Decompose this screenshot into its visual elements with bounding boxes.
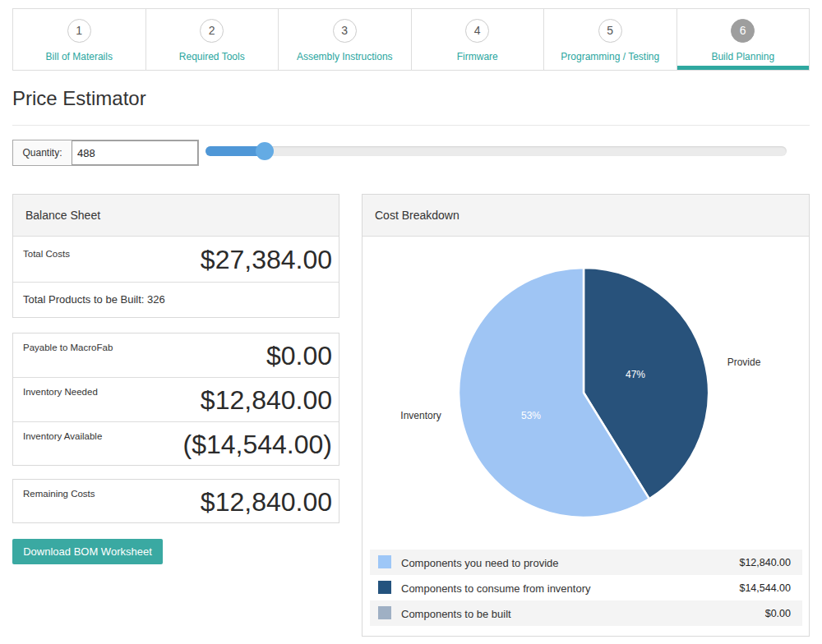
page-title: Price Estimator bbox=[12, 87, 146, 110]
legend-value-consume: $14,544.00 bbox=[739, 582, 791, 594]
inventory-needed-value: $12,840.00 bbox=[201, 384, 332, 415]
pie-percent-inventory: 53% bbox=[521, 410, 541, 421]
total-costs-label: Total Costs bbox=[23, 249, 70, 259]
step-number-4: 4 bbox=[465, 19, 489, 43]
legend-row-provide: Components you need to provide $12,840.0… bbox=[370, 550, 802, 575]
legend-row-built: Components to be built $0.00 bbox=[370, 600, 802, 626]
step-number-2: 2 bbox=[200, 19, 224, 43]
legend-swatch-built bbox=[378, 606, 391, 619]
pie-percent-provide: 47% bbox=[626, 369, 645, 380]
remaining-costs-value: $12,840.00 bbox=[201, 487, 332, 518]
quantity-input[interactable] bbox=[72, 140, 198, 165]
step-label-2: Required Tools bbox=[146, 51, 279, 62]
quantity-group: Quantity: bbox=[12, 140, 199, 166]
legend-row-consume: Components to consume from inventory $14… bbox=[370, 575, 802, 600]
step-number-1: 1 bbox=[67, 19, 91, 43]
remaining-costs-panel: Remaining Costs $12,840.00 bbox=[12, 479, 339, 523]
total-costs-value: $27,384.00 bbox=[201, 244, 332, 274]
total-products-row: Total Products to be Built: 326 bbox=[13, 283, 339, 317]
stepper: 1 Bill of Materails 2 Required Tools 3 A… bbox=[12, 8, 810, 71]
payables-panel: Payable to MacroFab $0.00 Inventory Need… bbox=[12, 333, 339, 466]
total-costs-row: Total Costs $27,384.00 bbox=[13, 237, 339, 283]
step-number-6: 6 bbox=[731, 19, 755, 43]
price-estimator-page: 1 Bill of Materails 2 Required Tools 3 A… bbox=[0, 0, 822, 644]
pie-legend: Components you need to provide $12,840.0… bbox=[370, 550, 802, 626]
download-bom-worksheet-button[interactable]: Download BOM Worksheet bbox=[12, 539, 163, 564]
legend-value-built: $0.00 bbox=[765, 608, 791, 619]
legend-label-built: Components to be built bbox=[401, 607, 511, 619]
quantity-slider[interactable] bbox=[206, 146, 787, 156]
step-label-3: Assembly Instructions bbox=[279, 51, 411, 62]
inventory-needed-row: Inventory Needed $12,840.00 bbox=[13, 378, 339, 422]
step-build-planning[interactable]: 6 Build Planning bbox=[677, 8, 810, 71]
step-bill-of-materials[interactable]: 1 Bill of Materails bbox=[12, 8, 146, 71]
remaining-costs-row: Remaining Costs $12,840.00 bbox=[13, 480, 339, 524]
step-label-1: Bill of Materails bbox=[13, 51, 145, 62]
divider bbox=[12, 125, 810, 126]
payable-value: $0.00 bbox=[266, 340, 332, 370]
legend-swatch-consume bbox=[378, 581, 391, 594]
step-label-4: Firmware bbox=[412, 51, 544, 62]
legend-label-consume: Components to consume from inventory bbox=[401, 582, 591, 594]
balance-sheet-title: Balance Sheet bbox=[13, 195, 339, 237]
step-number-3: 3 bbox=[333, 19, 357, 43]
legend-swatch-provide bbox=[378, 555, 391, 568]
legend-value-provide: $12,840.00 bbox=[739, 557, 791, 568]
payable-label: Payable to MacroFab bbox=[23, 343, 113, 352]
step-label-5: Programming / Testing bbox=[544, 51, 677, 62]
step-required-tools[interactable]: 2 Required Tools bbox=[145, 8, 279, 71]
pie-label-inventory: Inventory bbox=[400, 410, 441, 421]
inventory-available-value: ($14,544.00) bbox=[183, 430, 332, 460]
step-programming-testing[interactable]: 5 Programming / Testing bbox=[543, 8, 677, 71]
cost-breakdown-panel: Cost Breakdown 47% 53% Provide Inventory… bbox=[362, 194, 810, 637]
legend-label-provide: Components you need to provide bbox=[401, 556, 559, 568]
inventory-available-row: Inventory Available ($14,544.00) bbox=[13, 422, 339, 467]
pie-label-provide: Provide bbox=[727, 356, 761, 368]
payable-row: Payable to MacroFab $0.00 bbox=[13, 334, 339, 378]
pie-chart: 47% 53% Provide Inventory Components you… bbox=[363, 237, 809, 636]
quantity-label: Quantity: bbox=[13, 147, 72, 159]
step-assembly-instructions[interactable]: 3 Assembly Instructions bbox=[278, 8, 412, 71]
balance-sheet-panel: Balance Sheet Total Costs $27,384.00 Tot… bbox=[12, 194, 339, 318]
cost-breakdown-title: Cost Breakdown bbox=[363, 195, 809, 237]
slider-thumb[interactable] bbox=[256, 142, 274, 160]
step-firmware[interactable]: 4 Firmware bbox=[411, 8, 545, 71]
inventory-available-label: Inventory Available bbox=[23, 431, 102, 441]
step-number-5: 5 bbox=[598, 19, 622, 43]
inventory-needed-label: Inventory Needed bbox=[23, 387, 98, 397]
step-label-6: Build Planning bbox=[677, 51, 810, 62]
remaining-costs-label: Remaining Costs bbox=[23, 489, 95, 499]
